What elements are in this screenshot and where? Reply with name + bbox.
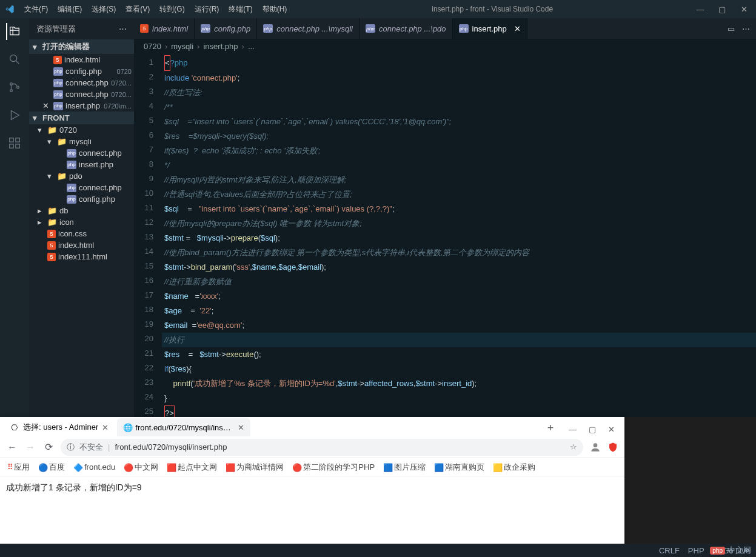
bookmark-item[interactable]: 🔴第二阶段的学习PHP xyxy=(292,462,375,473)
tree-item[interactable]: ▸📁db xyxy=(29,205,134,216)
favicon-icon: ⎔ xyxy=(11,423,19,432)
bookmark-icon: 🔴 xyxy=(124,463,132,472)
close-icon[interactable]: ✕ xyxy=(514,24,521,33)
tree-item[interactable]: phpinsert.php xyxy=(29,159,134,170)
url-input[interactable] xyxy=(115,442,565,452)
svg-point-3 xyxy=(17,86,19,88)
menu-item[interactable]: 帮助(H) xyxy=(258,2,292,17)
browser-tab[interactable]: ⎔选择: users - Adminer✕ xyxy=(5,418,115,436)
editor-tab[interactable]: phpconfig.php xyxy=(195,18,257,39)
open-editor-item[interactable]: phpconfig.php0720 xyxy=(29,65,134,77)
breadcrumb-item[interactable]: mysqli xyxy=(171,42,193,51)
tree-item[interactable]: ▾📁mysqli xyxy=(29,136,134,147)
menu-item[interactable]: 转到(G) xyxy=(155,2,189,17)
maximize-button[interactable]: ▢ xyxy=(715,5,729,14)
split-editor-icon[interactable]: ▭ xyxy=(728,24,735,33)
search-icon[interactable] xyxy=(6,51,23,68)
close-button[interactable]: ✕ xyxy=(608,425,615,434)
minimize-button[interactable]: — xyxy=(569,425,577,434)
tree-item[interactable]: phpconfig.php xyxy=(29,193,134,205)
open-editor-item[interactable]: phpconnect.php0720... xyxy=(29,88,134,100)
open-editor-item[interactable]: ✕phpinsert.php0720\m... xyxy=(29,100,134,112)
editor-tab[interactable]: phpconnect.php ...\mysqli xyxy=(257,18,360,39)
svg-rect-5 xyxy=(16,138,19,142)
vscode-logo-icon xyxy=(5,4,15,14)
browser-window: ⎔选择: users - Adminer✕🌐front.edu/0720/mys… xyxy=(0,417,624,557)
browser-titlebar: ⎔选择: users - Adminer✕🌐front.edu/0720/mys… xyxy=(0,417,624,436)
more-icon[interactable]: ⋯ xyxy=(119,24,127,33)
bookmark-item[interactable]: 🔷front.edu xyxy=(73,462,115,472)
close-icon[interactable]: ✕ xyxy=(238,423,244,432)
activity-bar xyxy=(0,18,29,417)
bookmark-item[interactable]: 🔵百度 xyxy=(38,462,65,473)
bookmark-item[interactable]: 🟨政企采购 xyxy=(493,462,535,473)
breadcrumb-item[interactable]: ... xyxy=(248,42,255,51)
bookmark-item[interactable]: 🔴中文网 xyxy=(124,462,158,473)
open-editors-section[interactable]: ▾打开的编辑器 xyxy=(29,39,134,54)
code-editor[interactable]: 1234567891011121314151617181920212223242… xyxy=(134,53,756,417)
close-icon[interactable]: ✕ xyxy=(42,101,51,110)
bookmark-item[interactable]: 🟦湖南直购页 xyxy=(434,462,484,473)
address-bar[interactable]: ⓘ 不安全 | ☆ xyxy=(61,439,583,456)
editor-tab[interactable]: phpconnect.php ...\pdo xyxy=(360,18,453,39)
tree-item[interactable]: 5icon.css xyxy=(29,228,134,239)
breadcrumb-item[interactable]: insert.php xyxy=(203,42,238,51)
breadcrumb-item[interactable]: 0720 xyxy=(144,42,161,51)
line-gutter: 1234567891011121314151617181920212223242… xyxy=(134,53,162,417)
breadcrumb[interactable]: 0720›mysqli›insert.php›... xyxy=(134,39,756,53)
new-tab-button[interactable]: + xyxy=(542,419,559,436)
info-icon[interactable]: ⓘ xyxy=(67,442,75,453)
tree-item[interactable]: phpconnect.php xyxy=(29,182,134,193)
source-control-icon[interactable] xyxy=(6,79,23,96)
bookmark-item[interactable]: 🟥起点中文网 xyxy=(167,462,217,473)
close-icon[interactable]: ✕ xyxy=(102,423,109,432)
open-editor-item[interactable]: phpconnect.php0720... xyxy=(29,77,134,88)
tree-item[interactable]: 5index.html xyxy=(29,239,134,251)
maximize-button[interactable]: ▢ xyxy=(589,425,596,434)
menu-item[interactable]: 编辑(E) xyxy=(53,2,87,17)
svg-rect-6 xyxy=(10,144,13,148)
language-indicator[interactable]: PHP xyxy=(688,546,704,555)
apps-button[interactable]: ⠿应用 xyxy=(7,462,30,473)
project-section[interactable]: ▾FRONT xyxy=(29,112,134,124)
reload-button[interactable]: ⟳ xyxy=(42,441,55,453)
svg-rect-4 xyxy=(10,138,13,142)
menu-item[interactable]: 运行(R) xyxy=(190,2,224,17)
menu-item[interactable]: 选择(S) xyxy=(87,2,121,17)
menu-item[interactable]: 终端(T) xyxy=(224,2,257,17)
star-icon[interactable]: ☆ xyxy=(570,442,577,452)
close-button[interactable]: ✕ xyxy=(737,5,751,14)
tree-item[interactable]: phpconnect.php xyxy=(29,147,134,159)
bookmarks-bar: ⠿应用 🔵百度🔷front.edu🔴中文网🟥起点中文网🟥为商城详情网🔴第二阶段的… xyxy=(0,458,624,476)
open-editor-item[interactable]: 5index.html xyxy=(29,54,134,65)
explorer-icon[interactable] xyxy=(6,23,23,40)
back-button[interactable]: ← xyxy=(6,442,18,453)
debug-icon[interactable] xyxy=(6,107,23,124)
shield-icon[interactable] xyxy=(607,442,618,453)
menu-item[interactable]: 查看(V) xyxy=(121,2,155,17)
editor-tab[interactable]: phpinsert.php✕ xyxy=(453,18,527,39)
status-bar: CRLF PHP ⦿ Go Live php中文网 xyxy=(0,544,756,557)
tree-item[interactable]: ▾📁0720 xyxy=(29,124,134,136)
browser-tab[interactable]: 🌐front.edu/0720/mysqli/insert.p✕ xyxy=(117,418,250,436)
bookmark-item[interactable]: 🟦图片压缩 xyxy=(383,462,426,473)
tree-item[interactable]: ▸📁icon xyxy=(29,216,134,228)
php-chn-badge[interactable]: php中文网 xyxy=(710,544,751,557)
tree-item[interactable]: 5index111.html xyxy=(29,251,134,262)
forward-button[interactable]: → xyxy=(24,442,36,453)
window-title: insert.php - front - Visual Studio Code xyxy=(292,5,693,13)
crlf-indicator[interactable]: CRLF xyxy=(659,546,680,555)
bookmark-icon: 🟦 xyxy=(383,463,392,472)
window-controls: — ▢ ✕ xyxy=(693,5,751,14)
profile-icon[interactable] xyxy=(589,441,601,453)
tree-item[interactable]: ▾📁pdo xyxy=(29,170,134,182)
bookmark-item[interactable]: 🟥为商城详情网 xyxy=(226,462,284,473)
minimize-button[interactable]: — xyxy=(693,5,707,14)
bookmark-icon: 🔵 xyxy=(38,463,47,472)
editor-tab[interactable]: 5index.html xyxy=(134,18,195,39)
sidebar: 资源管理器 ⋯ ▾打开的编辑器 5index.htmlphpconfig.php… xyxy=(29,18,134,417)
more-icon[interactable]: ⋯ xyxy=(742,24,750,33)
code-content[interactable]: <?phpinclude 'connect.php';//原生写法:/**$sq… xyxy=(162,53,756,417)
menu-item[interactable]: 文件(F) xyxy=(19,2,53,17)
extensions-icon[interactable] xyxy=(6,135,23,152)
